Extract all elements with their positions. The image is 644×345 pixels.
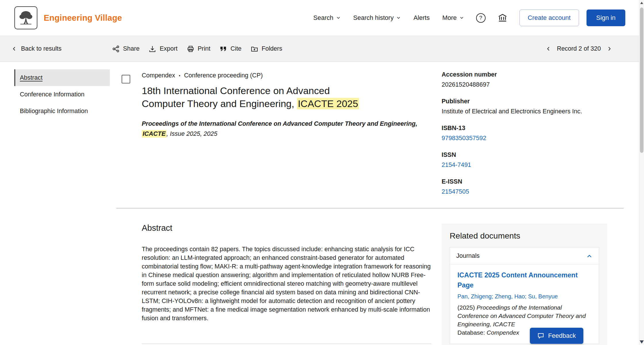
toolbar-actions: Share Export	[112, 45, 282, 53]
database-label: Database:	[457, 329, 485, 336]
journals-label: Journals	[456, 252, 480, 260]
section-divider	[116, 208, 624, 208]
section-divider	[142, 344, 431, 344]
top-nav: Search Search history Alerts More	[313, 14, 464, 22]
export-label: Export	[160, 45, 177, 52]
nav-alerts[interactable]: Alerts	[413, 14, 430, 22]
folders-label: Folders	[262, 45, 282, 52]
engineering-village-tree-logo-icon	[14, 6, 37, 29]
institution-icon	[498, 13, 507, 23]
nav-search-history[interactable]: Search history	[353, 14, 401, 22]
database-value: Compendex	[487, 329, 519, 336]
scrollbar-thumb[interactable]	[640, 7, 643, 153]
record-toolbar: Back to results Share	[0, 36, 639, 62]
eissn-label: E-ISSN	[442, 178, 603, 185]
issn-label: ISSN	[442, 151, 603, 159]
record-meta: Compendex • Conference proceeding (CP)	[142, 72, 432, 79]
share-icon	[112, 45, 120, 53]
next-record-button[interactable]	[606, 45, 613, 52]
record-pagination: Record 2 of 320	[545, 45, 613, 52]
sidebar-item-conference-information[interactable]: Conference Information	[14, 86, 110, 103]
chevron-left-icon	[546, 46, 551, 52]
sidebar-item-label: Conference Information	[20, 91, 85, 98]
publisher-label: Publisher	[442, 98, 603, 105]
print-icon	[187, 45, 194, 53]
chevron-up-icon	[586, 253, 593, 259]
sidebar-item-label: Abstract	[20, 74, 43, 81]
nav-alerts-label: Alerts	[413, 14, 430, 22]
related-document-title-link[interactable]: ICACTE 2025 Content Announcement Page	[457, 270, 591, 290]
record-details: Accession number 20261520488697 Publishe…	[442, 71, 603, 205]
scroll-down-arrow-icon[interactable]	[640, 340, 644, 344]
help-button[interactable]: ?	[476, 13, 486, 23]
export-button[interactable]: Export	[149, 45, 177, 53]
print-label: Print	[198, 45, 210, 52]
main-content: Abstract Conference Information Bibliogr…	[0, 62, 639, 345]
brand-home-link[interactable]: Engineering Village	[14, 6, 122, 29]
previous-record-button[interactable]	[545, 45, 552, 52]
page: Engineering Village Search Search histor…	[0, 0, 644, 345]
related-document-authors-link[interactable]: Pan, Zhigeng; Zheng, Hao; Su, Benyue	[457, 293, 591, 300]
feedback-label: Feedback	[548, 332, 576, 340]
cite-quote-icon	[220, 45, 227, 52]
share-button[interactable]: Share	[112, 45, 139, 53]
nav-more[interactable]: More	[442, 14, 464, 22]
back-to-results-link[interactable]: Back to results	[12, 45, 62, 52]
export-icon	[149, 45, 156, 53]
back-to-results-label: Back to results	[21, 45, 62, 52]
publisher-value: Institute of Electrical and Electronics …	[442, 108, 603, 115]
issn-link[interactable]: 2154-7491	[442, 161, 603, 169]
nav-more-label: More	[442, 14, 457, 22]
chevron-down-icon	[396, 16, 401, 20]
sidebar-item-label: Bibliographic Information	[20, 108, 88, 115]
document-type: Conference proceeding (CP)	[184, 72, 263, 79]
source-title: Proceedings of the International Confere…	[142, 120, 417, 127]
bullet-separator: •	[179, 73, 180, 78]
sign-in-button[interactable]: Sign in	[586, 9, 625, 26]
vertical-scrollbar[interactable]	[639, 0, 644, 345]
journals-accordion-header[interactable]: Journals	[450, 248, 599, 264]
related-documents-heading: Related documents	[450, 231, 599, 241]
related-document-citation: (2025) Proceedings of the International …	[457, 303, 591, 328]
isbn13-link[interactable]: 9798350357592	[442, 135, 603, 142]
scroll-up-arrow-icon[interactable]	[640, 2, 643, 4]
create-account-button[interactable]: Create account	[520, 9, 579, 26]
brand-name: Engineering Village	[44, 13, 122, 23]
speech-bubble-icon	[537, 332, 544, 339]
chevron-left-icon	[12, 46, 17, 52]
eissn-link[interactable]: 21547505	[442, 188, 603, 195]
chevron-down-icon	[336, 16, 341, 20]
accession-number-label: Accession number	[442, 71, 603, 78]
record-counter: Record 2 of 320	[557, 45, 601, 52]
abstract-heading: Abstract	[142, 223, 431, 233]
cite-label: Cite	[231, 45, 241, 52]
folder-plus-icon	[251, 45, 258, 53]
feedback-button[interactable]: Feedback	[530, 328, 583, 344]
record-header: Compendex • Conference proceeding (CP) 1…	[142, 72, 432, 139]
record-select-checkbox[interactable]	[122, 75, 130, 83]
related-documents-panel: Related documents Journals ICACTE 2025 C…	[442, 224, 607, 345]
sidebar-item-bibliographic-information[interactable]: Bibliographic Information	[14, 103, 110, 119]
accession-number-value: 20261520488697	[442, 81, 603, 88]
folders-button[interactable]: Folders	[251, 45, 282, 53]
citation-year: (2025)	[457, 304, 475, 311]
abstract-text: The proceedings contain 82 papers. The t…	[142, 245, 431, 323]
database-name: Compendex	[142, 72, 175, 79]
citation-source: Proceedings of the International Confere…	[457, 304, 586, 327]
print-button[interactable]: Print	[187, 45, 210, 53]
chevron-down-icon	[459, 16, 464, 20]
nav-search-label: Search	[313, 14, 334, 22]
help-icon: ?	[476, 13, 486, 23]
isbn13-label: ISBN-13	[442, 125, 603, 132]
chevron-right-icon	[607, 46, 612, 52]
source-citation: Proceedings of the International Confere…	[142, 119, 423, 139]
source-issue: , Issue 2025, 2025	[166, 130, 217, 137]
institution-button[interactable]	[498, 13, 507, 23]
nav-search-history-label: Search history	[353, 14, 394, 22]
sidebar-item-abstract[interactable]: Abstract	[14, 69, 110, 86]
record-title: 18th International Conference on Advance…	[142, 84, 360, 110]
nav-search[interactable]: Search	[313, 14, 341, 22]
header: Engineering Village Search Search histor…	[0, 0, 639, 36]
share-label: Share	[123, 45, 139, 52]
cite-button[interactable]: Cite	[220, 45, 241, 52]
